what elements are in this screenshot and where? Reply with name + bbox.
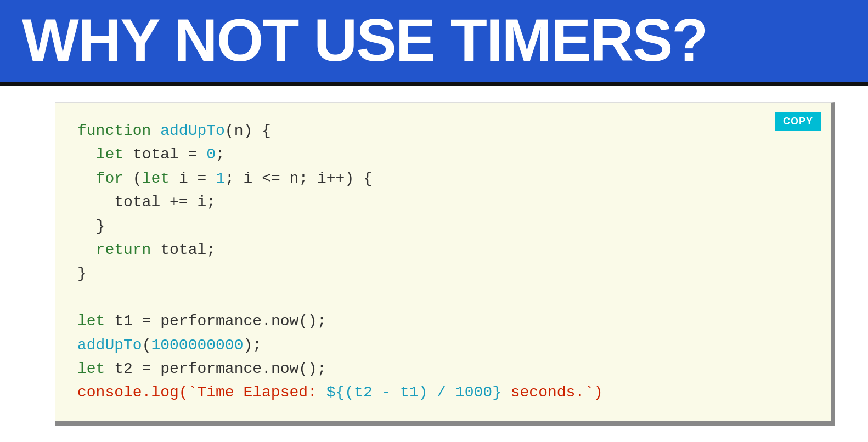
header-banner: WHY NOT USE TIMERS? (0, 0, 868, 86)
copy-button[interactable]: COPY (775, 112, 821, 131)
code-block-container: COPY function addUpTo(n) { let total = 0… (55, 102, 835, 426)
code-display: function addUpTo(n) { let total = 0; for… (77, 119, 809, 405)
page-title: WHY NOT USE TIMERS? (22, 10, 846, 70)
